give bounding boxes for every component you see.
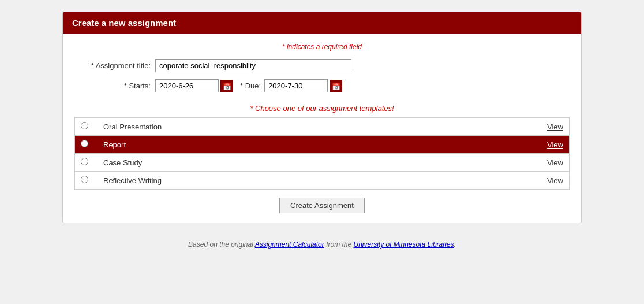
due-calendar-icon[interactable]: 📅 [330,80,342,92]
assignment-title-input[interactable] [155,59,351,72]
template-label: Report [98,136,535,154]
template-radio-case-study[interactable] [81,158,88,165]
dates-row: * Starts: 📅 * Due: 📅 [74,79,570,92]
template-row: Oral Presentation View [75,118,570,136]
assignment-title-label: * Assignment title: [74,61,155,70]
starts-label: * Starts: [74,81,155,90]
assignment-form-container: Create a new assignment * indicates a re… [62,12,582,223]
footer-note: Based on the original Assignment Calcula… [188,240,456,249]
due-input[interactable] [264,79,328,92]
form-header: Create a new assignment [63,12,581,34]
template-label: Reflective Writing [98,172,535,190]
view-case-study-button[interactable]: View [547,158,563,167]
template-radio-report[interactable] [81,140,88,147]
form-title: Create a new assignment [72,18,176,28]
required-note: * indicates a required field [74,43,570,51]
starts-calendar-icon[interactable]: 📅 [220,80,233,92]
create-assignment-button[interactable]: Create Assignment [279,198,365,213]
button-row: Create Assignment [74,198,570,213]
template-row: Case Study View [75,154,570,172]
template-row: Reflective Writing View [75,172,570,190]
template-table: Oral Presentation View Report View [74,117,570,190]
starts-input[interactable] [155,79,219,92]
university-libraries-link[interactable]: University of Minnesota Libraries [353,240,454,249]
assignment-title-row: * Assignment title: [74,59,570,72]
choose-template-note: * Choose one of our assignment templates… [74,104,570,113]
assignment-calculator-link[interactable]: Assignment Calculator [255,240,324,249]
view-oral-presentation-button[interactable]: View [547,123,563,131]
template-label: Case Study [98,154,535,172]
view-report-button[interactable]: View [547,140,563,149]
template-label: Oral Presentation [98,118,535,136]
form-body: * indicates a required field * Assignmen… [63,34,581,223]
template-row-highlighted: Report View [75,136,570,154]
required-note-text: * indicates a required field [282,43,362,51]
view-reflective-writing-button[interactable]: View [547,176,563,185]
template-radio-oral-presentation[interactable] [81,122,88,129]
due-label: * Due: [240,81,261,90]
template-radio-reflective-writing[interactable] [81,176,88,183]
